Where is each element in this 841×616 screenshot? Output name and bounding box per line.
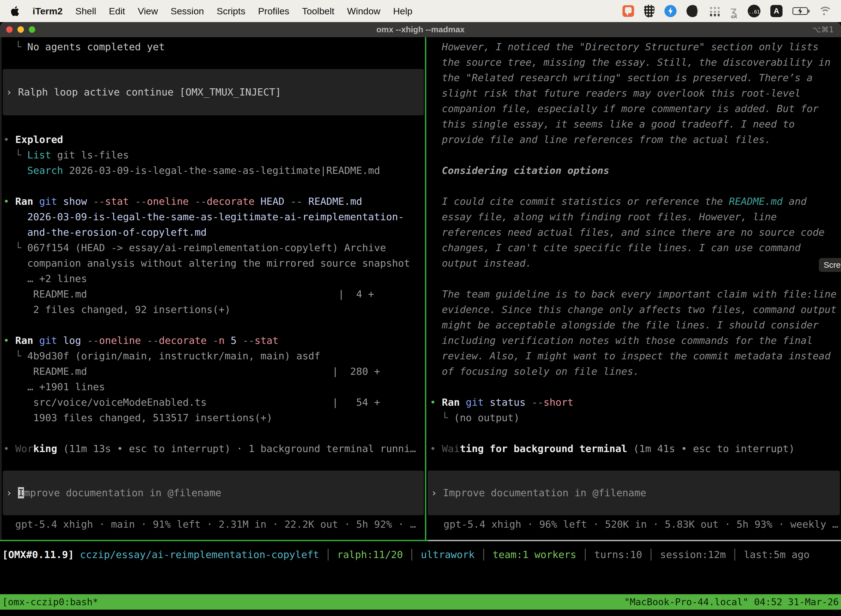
menu-item-help[interactable]: Help bbox=[393, 6, 413, 16]
close-button[interactable] bbox=[6, 26, 13, 33]
menu-item-iterm2[interactable]: iTerm2 bbox=[32, 6, 63, 16]
menu-item-toolbelt[interactable]: Toolbelt bbox=[302, 6, 334, 16]
terminal-line: of focusing solely on file lines. bbox=[430, 364, 841, 379]
terminal-line: this single essay, it seems like a good … bbox=[430, 116, 841, 132]
terminal-line bbox=[3, 178, 425, 194]
menu-item-session[interactable]: Session bbox=[170, 6, 204, 16]
dots-grid-icon[interactable] bbox=[709, 6, 719, 16]
terminal-line: • Ran git show --stat --oneline --decora… bbox=[3, 194, 425, 209]
shield-grid-icon[interactable] bbox=[644, 5, 655, 18]
terminal-line: and-the-erosion-of-copyleft.md bbox=[3, 224, 425, 240]
ralph-loop-input-box[interactable]: › Ralph loop active continue [OMX_TMUX_I… bbox=[3, 69, 424, 115]
terminal-line: └ List git ls-files bbox=[3, 147, 425, 163]
tmux-session-window: [omx-cczip0:bash* bbox=[2, 596, 98, 607]
squiggle-icon[interactable] bbox=[730, 4, 738, 18]
terminal-line: └ 067f154 (HEAD -> essay/ai-reimplementa… bbox=[3, 240, 425, 255]
terminal-line: The team guideline is to back every impo… bbox=[430, 286, 841, 302]
menu-items: iTerm2ShellEditViewSessionScriptsProfile… bbox=[32, 6, 413, 16]
terminal-line: review. Also, I might want to inspect th… bbox=[430, 348, 841, 364]
terminal-line: companion analysis without altering the … bbox=[3, 255, 425, 271]
right-pane-transcript: However, I noticed the "Directory Struct… bbox=[426, 39, 841, 456]
menubar-left: iTerm2ShellEditViewSessionScriptsProfile… bbox=[0, 6, 413, 16]
menu-item-scripts[interactable]: Scripts bbox=[217, 6, 245, 16]
minimize-button[interactable] bbox=[18, 26, 24, 33]
terminal-line: output instead. bbox=[430, 255, 841, 271]
menu-item-profiles[interactable]: Profiles bbox=[258, 6, 289, 16]
menu-item-edit[interactable]: Edit bbox=[109, 6, 125, 16]
terminal-line: Search 2026-03-09-is-legal-the-same-as-l… bbox=[3, 163, 425, 178]
terminal-line: gpt-5.4 xhigh · main · 91% left · 2.31M … bbox=[3, 517, 425, 532]
pane-bottom-border-inactive bbox=[428, 540, 841, 541]
menu-item-view[interactable]: View bbox=[138, 6, 158, 16]
terminal-line: src/voice/voiceModeEnabled.ts | 54 + bbox=[3, 395, 425, 410]
terminal-line: companion file, especially if more comme… bbox=[430, 101, 841, 116]
terminal-line: the "Related research writing" section i… bbox=[430, 70, 841, 85]
tmux-host-clock: "MacBook-Pro-44.local" 04:52 31-Mar-26 bbox=[624, 596, 839, 607]
terminal-line: references need actual files, and since … bbox=[430, 224, 841, 240]
iterm2-window: omx --xhigh --madmax ⌥⌘1 └ No agents com… bbox=[0, 22, 841, 616]
terminal-line: › Improve documentation in @filename bbox=[431, 485, 646, 501]
pane-left[interactable]: └ No agents completed yet• Explored └ Li… bbox=[0, 37, 425, 540]
right-prompt-input[interactable]: › Improve documentation in @filename bbox=[428, 471, 840, 515]
terminal-line: └ 4b9d30f (origin/main, instructkr/main,… bbox=[3, 348, 425, 364]
pane-right[interactable]: However, I noticed the "Directory Struct… bbox=[426, 37, 841, 540]
chat-app-icon[interactable] bbox=[623, 5, 634, 17]
terminal-line: • Working (11m 13s • esc to interrupt) ·… bbox=[3, 441, 425, 456]
tmux-status-bar: [omx-cczip0:bash* "MacBook-Pro-44.local"… bbox=[0, 594, 841, 610]
terminal-area: └ No agents completed yet• Explored └ Li… bbox=[0, 37, 841, 616]
terminal-line: › Improve documentation in @filename bbox=[6, 485, 221, 501]
zoom-button[interactable] bbox=[29, 26, 35, 33]
input-source-icon[interactable] bbox=[771, 5, 782, 17]
terminal-line: › Ralph loop active continue [OMX_TMUX_I… bbox=[6, 84, 281, 100]
battery-icon[interactable] bbox=[793, 7, 808, 15]
terminal-line: 2 files changed, 92 insertions(+) bbox=[3, 302, 425, 317]
messenger-icon[interactable] bbox=[664, 5, 677, 17]
window-title: omx --xhigh --madmax bbox=[0, 25, 841, 34]
terminal-line bbox=[3, 317, 425, 333]
menu-item-window[interactable]: Window bbox=[347, 6, 381, 16]
terminal-line: However, I noticed the "Directory Struct… bbox=[430, 39, 841, 55]
left-model-statusline: gpt-5.4 xhigh · main · 91% left · 2.31M … bbox=[0, 517, 425, 532]
terminal-line: 2026-03-09-is-legal-the-same-as-legitima… bbox=[3, 209, 425, 224]
terminal-line: README.md | 280 + bbox=[3, 364, 425, 379]
menubar: iTerm2ShellEditViewSessionScriptsProfile… bbox=[0, 0, 841, 22]
terminal-line bbox=[430, 271, 841, 286]
terminal-line: … +1901 lines bbox=[3, 379, 425, 395]
terminal-line bbox=[3, 116, 425, 132]
terminal-line: README.md | 4 + bbox=[3, 286, 425, 302]
terminal-line bbox=[430, 178, 841, 194]
terminal-line: essay file, along with finding root file… bbox=[430, 209, 841, 224]
terminal-line: … +2 lines bbox=[3, 271, 425, 286]
omx-status-line: [OMX#0.11.9] cczip/essay/ai-reimplementa… bbox=[2, 547, 841, 562]
window-titlebar[interactable]: omx --xhigh --madmax ⌥⌘1 bbox=[0, 22, 841, 37]
terminal-line: └ (no output) bbox=[430, 410, 841, 425]
terminal-line: • Ran git log --oneline --decorate -n 5 … bbox=[3, 333, 425, 348]
terminal-line: [OMX#0.11.9] cczip/essay/ai-reimplementa… bbox=[2, 547, 841, 562]
terminal-line bbox=[3, 425, 425, 441]
terminal-line bbox=[430, 147, 841, 163]
terminal-line: provide file and line references from th… bbox=[430, 132, 841, 147]
terminal-line: • Waiting for background terminal (1m 41… bbox=[430, 441, 841, 456]
menubar-status-icons bbox=[623, 4, 841, 18]
terminal-line: including verification notes with those … bbox=[430, 333, 841, 348]
terminal-line: changes, I can't cite specific file line… bbox=[430, 240, 841, 255]
percent-61-icon[interactable] bbox=[748, 5, 760, 18]
terminal-line: • Explored bbox=[3, 132, 425, 147]
terminal-line: the source tree, missing the essay. Stil… bbox=[430, 55, 841, 70]
screen-overlay-button[interactable]: Scre bbox=[819, 258, 841, 272]
left-prompt-input[interactable]: › Improve documentation in @filename bbox=[3, 471, 424, 515]
terminal-line: gpt-5.4 xhigh · 96% left · 520K in · 5.8… bbox=[432, 517, 841, 532]
menu-item-shell[interactable]: Shell bbox=[75, 6, 96, 16]
terminal-line: Considering citation options bbox=[430, 163, 841, 178]
pane-divider[interactable] bbox=[425, 37, 426, 540]
terminal-line: └ No agents completed yet bbox=[3, 39, 425, 55]
pane-bottom-border-active bbox=[0, 540, 428, 541]
traffic-lights bbox=[6, 22, 35, 37]
terminal-line: 1903 files changed, 513517 insertions(+) bbox=[3, 410, 425, 425]
terminal-line: slight risk that future readers may over… bbox=[430, 85, 841, 101]
wifi-icon[interactable] bbox=[818, 6, 830, 16]
terminal-line: I could cite commit statistics or refere… bbox=[430, 194, 841, 209]
pie-circle-icon[interactable] bbox=[687, 5, 699, 17]
terminal-line bbox=[430, 425, 841, 441]
apple-logo-icon[interactable] bbox=[10, 6, 20, 16]
